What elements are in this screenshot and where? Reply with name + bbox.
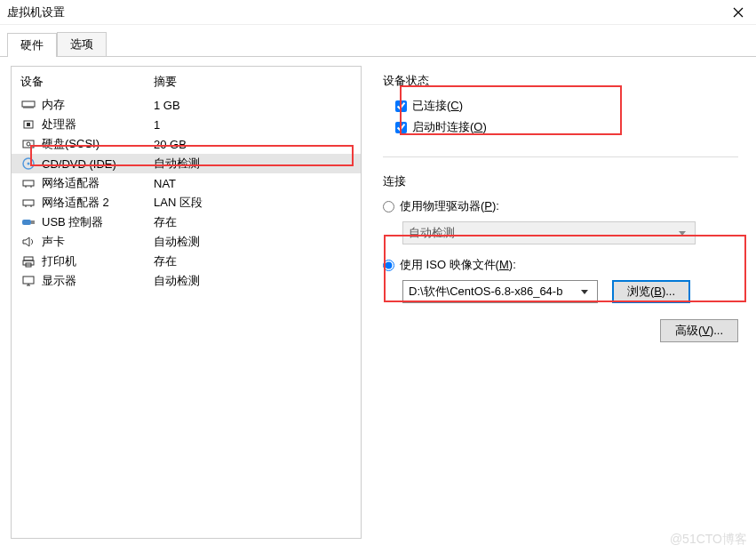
hardware-name: 硬盘(SCSI) (42, 136, 154, 152)
window-title: 虚拟机设置 (7, 4, 720, 20)
hardware-row[interactable]: 处理器1 (12, 115, 361, 134)
physical-label: 使用物理驱动器(P): (400, 198, 499, 214)
svg-rect-14 (23, 276, 34, 284)
watermark: @51CTO博客 (670, 532, 747, 548)
hardware-name: 内存 (42, 97, 154, 113)
connected-checkbox-row: 已连接(C) (395, 98, 738, 114)
header-summary: 摘要 (154, 74, 352, 90)
iso-label: 使用 ISO 映像文件(M): (400, 257, 516, 273)
hardware-summary: 自动检测 (154, 156, 200, 172)
hardware-summary: 1 (154, 118, 160, 132)
svg-rect-8 (23, 200, 34, 205)
connection-label: 连接 (383, 173, 738, 189)
close-icon (733, 7, 744, 18)
startup-checkbox-row: 启动时连接(O) (395, 119, 738, 135)
svg-rect-7 (23, 180, 34, 186)
disc-icon (20, 156, 36, 171)
hardware-header: 设备 摘要 (12, 74, 361, 95)
svg-point-4 (27, 142, 30, 146)
hardware-summary: 自动检测 (154, 234, 200, 250)
hardware-row[interactable]: 网络适配器NAT (12, 173, 361, 193)
svg-rect-9 (22, 220, 31, 225)
hardware-summary: 存在 (154, 214, 177, 230)
hardware-summary: 自动检测 (154, 273, 200, 289)
content-area: 设备 摘要 内存1 GB处理器1硬盘(SCSI)20 GBCD/DVD (IDE… (0, 57, 756, 548)
startup-label: 启动时连接(O) (412, 119, 487, 135)
printer-icon (20, 254, 36, 268)
iso-radio[interactable] (383, 260, 394, 271)
svg-rect-11 (24, 257, 33, 260)
hardware-summary: 1 GB (154, 99, 180, 112)
connected-checkbox[interactable] (395, 100, 407, 112)
iso-radio-row: 使用 ISO 映像文件(M): (383, 257, 738, 273)
hardware-row[interactable]: CD/DVD (IDE)自动检测 (12, 154, 361, 173)
hardware-summary: LAN 区段 (154, 195, 203, 211)
hardware-name: 网络适配器 2 (42, 195, 154, 211)
tab-hardware[interactable]: 硬件 (7, 33, 57, 57)
hdd-icon (20, 137, 36, 151)
titlebar: 虚拟机设置 (0, 0, 756, 25)
connected-label: 已连接(C) (412, 98, 463, 114)
hardware-row[interactable]: 硬盘(SCSI)20 GB (12, 134, 361, 154)
svg-rect-3 (23, 140, 34, 148)
hardware-name: CD/DVD (IDE) (42, 157, 154, 171)
physical-radio-row: 使用物理驱动器(P): (383, 198, 738, 214)
svg-point-6 (28, 163, 30, 165)
hardware-summary: NAT (154, 177, 176, 190)
net-icon (20, 196, 36, 210)
hardware-name: 声卡 (42, 234, 154, 250)
hardware-name: 显示器 (42, 273, 154, 289)
hardware-list-panel: 设备 摘要 内存1 GB处理器1硬盘(SCSI)20 GBCD/DVD (IDE… (11, 66, 362, 539)
hardware-row[interactable]: 网络适配器 2LAN 区段 (12, 193, 361, 212)
advanced-button[interactable]: 高级(V)... (660, 319, 738, 342)
settings-panel: 设备状态 已连接(C) 启动时连接(O) 连接 使用物理驱动器(P): 自动检测 (362, 66, 745, 539)
tab-options[interactable]: 选项 (57, 32, 107, 56)
hardware-name: 处理器 (42, 116, 154, 132)
physical-drive-select[interactable]: 自动检测 (402, 221, 696, 244)
memory-icon (20, 98, 36, 112)
startup-checkbox[interactable] (395, 122, 407, 133)
hardware-row[interactable]: USB 控制器存在 (12, 212, 361, 232)
sound-icon (20, 235, 36, 249)
hardware-name: USB 控制器 (42, 214, 154, 230)
display-icon (20, 274, 36, 288)
divider (383, 156, 738, 157)
device-status-label: 设备状态 (383, 73, 738, 89)
hardware-name: 打印机 (42, 253, 154, 269)
device-status-group: 设备状态 已连接(C) 启动时连接(O) (383, 66, 738, 153)
tabs: 硬件 选项 (0, 28, 756, 57)
hardware-summary: 存在 (154, 253, 177, 269)
svg-rect-10 (31, 220, 35, 224)
header-device: 设备 (20, 74, 154, 90)
physical-radio[interactable] (383, 201, 394, 212)
net-icon (20, 176, 36, 190)
hardware-row[interactable]: 显示器自动检测 (12, 271, 361, 291)
hardware-row[interactable]: 内存1 GB (12, 95, 361, 115)
connection-group: 连接 使用物理驱动器(P): 自动检测 使用 ISO 映像文件(M): D:\软… (383, 166, 738, 355)
browse-button[interactable]: 浏览(B)... (612, 280, 690, 303)
hardware-row[interactable]: 声卡自动检测 (12, 232, 361, 252)
svg-rect-0 (22, 101, 35, 107)
close-button[interactable] (720, 0, 756, 25)
iso-path-input[interactable]: D:\软件\CentOS-6.8-x86_64-b (402, 280, 598, 303)
hardware-summary: 20 GB (154, 138, 187, 151)
svg-rect-2 (27, 123, 30, 126)
usb-icon (20, 215, 36, 229)
hardware-row[interactable]: 打印机存在 (12, 252, 361, 271)
cpu-icon (20, 117, 36, 132)
hardware-list: 内存1 GB处理器1硬盘(SCSI)20 GBCD/DVD (IDE)自动检测网… (12, 95, 361, 291)
hardware-name: 网络适配器 (42, 175, 154, 191)
